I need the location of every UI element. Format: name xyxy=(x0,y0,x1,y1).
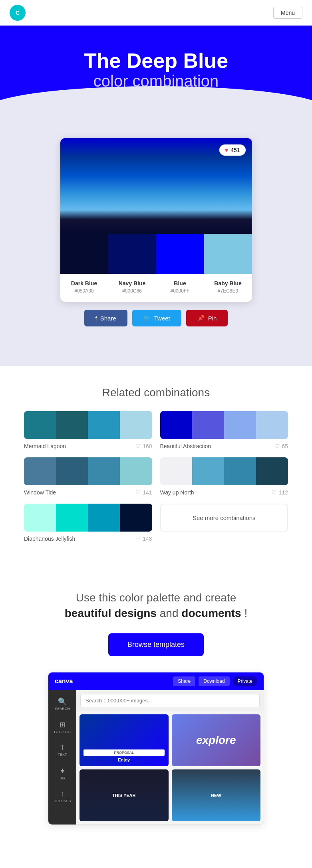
related-swatches-1 xyxy=(24,411,152,439)
app-body: 🔍 SEARCH ⊞ LAYOUTS T TEXT ✦ BG ↑ UPLO xyxy=(48,690,264,825)
hero-subtitle: color combination xyxy=(8,72,304,90)
logo[interactable]: C xyxy=(10,5,26,21)
color-hex-2: #000C66 xyxy=(108,288,156,294)
color-labels: Dark Blue #050A30 Navy Blue #000C66 Blue… xyxy=(60,274,252,302)
app-sidebar: 🔍 SEARCH ⊞ LAYOUTS T TEXT ✦ BG ↑ UPLO xyxy=(48,690,76,825)
cta-section: Use this color palette and create beauti… xyxy=(0,562,312,856)
tweet-button[interactable]: 🐦 Tweet xyxy=(132,310,181,326)
color-name-4: Baby Blue xyxy=(204,280,252,287)
sidebar-item-text[interactable]: T TEXT xyxy=(52,740,72,760)
background-icon: ✦ xyxy=(60,767,66,775)
share-button[interactable]: f Share xyxy=(84,310,127,326)
text-icon: T xyxy=(60,743,65,752)
sidebar-search-label: SEARCH xyxy=(55,707,70,711)
sidebar-item-layouts[interactable]: ⊞ LAYOUTS xyxy=(52,717,72,737)
rs-4-1 xyxy=(160,457,192,485)
see-more-box[interactable]: See more combinations xyxy=(160,504,288,532)
cta-bold1: beautiful designs xyxy=(65,607,157,619)
like-badge[interactable]: ♥ 451 xyxy=(219,144,246,156)
rs-5-3 xyxy=(88,504,120,532)
header: C Menu xyxy=(0,0,312,26)
twitter-icon: 🐦 xyxy=(143,314,151,322)
palette-section: ♥ 451 Dark Blue #050A30 Navy Blue #000C6… xyxy=(0,122,312,366)
menu-button[interactable]: Menu xyxy=(273,7,302,19)
palette-image: ♥ 451 xyxy=(60,138,252,234)
related-card-mermaid-lagoon[interactable]: Mermaid Lagoon ♡ 160 xyxy=(24,411,152,449)
related-card-diaphanous-jellyfish[interactable]: Diaphanous Jellyfish ♡ 148 xyxy=(24,504,152,542)
heart-icon-1: ♡ xyxy=(135,443,141,449)
palette-card: ♥ 451 Dark Blue #050A30 Navy Blue #000C6… xyxy=(60,138,252,302)
heart-icon: ♥ xyxy=(225,147,228,153)
sidebar-item-search[interactable]: 🔍 SEARCH xyxy=(52,694,72,714)
rs-1-1 xyxy=(24,411,56,439)
cta-exclaim: ! xyxy=(244,607,247,619)
color-hex-4: #7EC8E3 xyxy=(204,288,252,294)
app-thumb-proposal: PROPOSAL Enjoy xyxy=(79,714,169,766)
pin-button[interactable]: 📌 Pin xyxy=(186,310,228,326)
app-search-input[interactable] xyxy=(80,694,260,707)
thumb-new: NEW xyxy=(211,793,221,798)
cta-and: and xyxy=(160,607,182,619)
thumb-enjoy: Enjoy xyxy=(83,757,165,762)
rs-1-3 xyxy=(88,411,120,439)
related-name-1: Mermaid Lagoon xyxy=(24,443,66,449)
sidebar-background-label: BG xyxy=(60,776,65,780)
swatch-4 xyxy=(204,234,252,274)
heart-icon-4: ♡ xyxy=(272,489,277,496)
related-meta-2: Beautiful Abstraction ♡ 65 xyxy=(160,443,288,449)
app-search-bar xyxy=(76,690,264,711)
search-icon: 🔍 xyxy=(58,697,67,706)
hero-section: The Deep Blue color combination xyxy=(0,26,312,122)
rs-2-1 xyxy=(160,411,192,439)
related-meta-3: Window Tide ♡ 141 xyxy=(24,489,152,496)
related-card-way-up-north[interactable]: Way up North ♡ 112 xyxy=(160,457,288,496)
related-likes-2: ♡ 65 xyxy=(274,443,288,449)
rs-3-1 xyxy=(24,457,56,485)
rs-4-4 xyxy=(256,457,288,485)
color-hex-1: #050A30 xyxy=(60,288,108,294)
heart-icon-3: ♡ xyxy=(135,489,141,496)
rs-4-3 xyxy=(224,457,256,485)
cta-line1: Use this color palette and create xyxy=(76,591,236,604)
browse-templates-button[interactable]: Browse templates xyxy=(108,633,204,656)
sidebar-text-label: TEXT xyxy=(58,753,67,757)
app-share-button[interactable]: Share xyxy=(173,676,195,686)
sidebar-item-background[interactable]: ✦ BG xyxy=(52,763,72,783)
app-content-grid: PROPOSAL Enjoy explore THIS YEAR NEW xyxy=(76,711,264,825)
app-download-button[interactable]: Download xyxy=(199,676,229,686)
related-name-4: Way up North xyxy=(160,489,194,496)
app-logo: canva xyxy=(55,678,73,685)
rs-3-4 xyxy=(120,457,152,485)
proposal-badge: PROPOSAL xyxy=(83,749,165,756)
share-label: Share xyxy=(100,315,116,322)
related-card-beautiful-abstraction[interactable]: Beautiful Abstraction ♡ 65 xyxy=(160,411,288,449)
rs-5-2 xyxy=(56,504,88,532)
sidebar-item-uploads[interactable]: ↑ UPLOADS xyxy=(52,787,72,807)
see-more-card[interactable]: See more combinations xyxy=(160,504,288,542)
likes-count-1: 160 xyxy=(143,443,152,449)
rs-1-4 xyxy=(120,411,152,439)
pinterest-icon: 📌 xyxy=(197,314,205,322)
swatch-3 xyxy=(156,234,204,274)
related-swatches-3 xyxy=(24,457,152,485)
related-card-window-tide[interactable]: Window Tide ♡ 141 xyxy=(24,457,152,496)
see-more-label: See more combinations xyxy=(193,514,256,521)
related-swatches-2 xyxy=(160,411,288,439)
related-section: Related combinations Mermaid Lagoon ♡ 16… xyxy=(0,366,312,562)
thumb-explore-text: explore xyxy=(196,734,236,747)
color-hex-3: #0000FF xyxy=(156,288,204,294)
color-label-1: Dark Blue #050A30 xyxy=(60,280,108,294)
related-likes-1: ♡ 160 xyxy=(135,443,152,449)
swatch-2 xyxy=(108,234,156,274)
cta-bold2: documents xyxy=(181,607,241,619)
related-likes-5: ♡ 148 xyxy=(135,536,152,542)
color-label-2: Navy Blue #000C66 xyxy=(108,280,156,294)
app-private-button[interactable]: Private xyxy=(233,676,257,686)
rs-2-4 xyxy=(256,411,288,439)
color-swatches xyxy=(60,234,252,274)
app-preview: canva Share Download Private 🔍 SEARCH ⊞ … xyxy=(48,672,264,825)
related-meta-4: Way up North ♡ 112 xyxy=(160,489,288,496)
rs-5-1 xyxy=(24,504,56,532)
app-thumb-this-year: THIS YEAR xyxy=(79,769,169,821)
color-name-2: Navy Blue xyxy=(108,280,156,287)
